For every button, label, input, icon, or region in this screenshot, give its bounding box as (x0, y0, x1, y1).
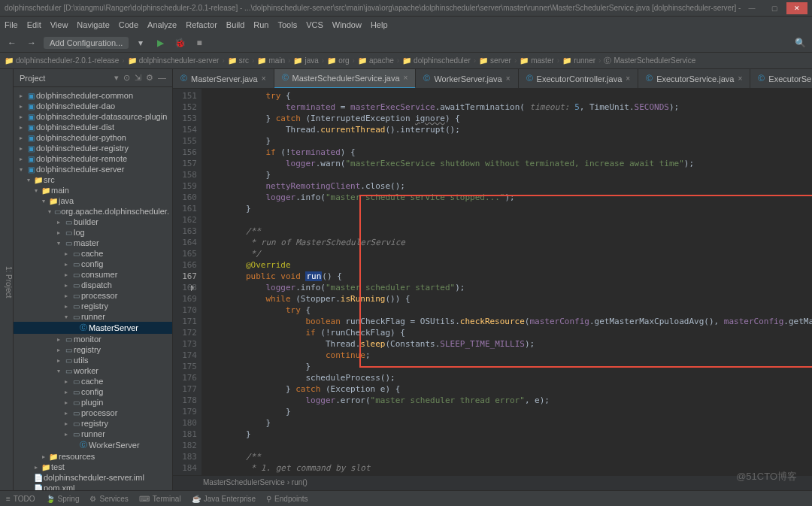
tree-item[interactable]: ⒸWorkerServer (14, 439, 172, 451)
tool-spring[interactable]: 🍃Spring (46, 495, 80, 503)
editor-tab[interactable]: ⒸWorkerServer.java× (416, 69, 518, 89)
menu-window[interactable]: Window (332, 20, 362, 29)
tree-arrow-icon[interactable]: ▸ (54, 336, 63, 343)
tree-item[interactable]: ▾📁main (14, 185, 172, 195)
tree-arrow-icon[interactable]: ▾ (62, 314, 71, 320)
tool-java-enterprise[interactable]: ☕Java Enterprise (192, 495, 256, 503)
editor-tab[interactable]: ⒸMasterServer.java× (173, 69, 274, 89)
add-configuration[interactable]: Add Configuration... (44, 37, 129, 49)
tree-arrow-icon[interactable]: ▸ (54, 229, 63, 236)
breadcrumb-item[interactable]: src (239, 56, 249, 65)
tree-arrow-icon[interactable]: ▾ (54, 368, 63, 374)
tree-item[interactable]: ▸▣dolphinscheduler-common (14, 90, 172, 101)
tree-item[interactable]: ▸▭config (14, 259, 172, 269)
tree-arrow-icon[interactable]: ▸ (54, 219, 63, 226)
tree-arrow-icon[interactable]: ▸ (62, 261, 71, 268)
breadcrumb-item[interactable]: apache (369, 56, 394, 65)
tree-item[interactable]: ▸▭log (14, 227, 172, 238)
breadcrumb-item[interactable]: dolphinscheduler-2.0.1-release (16, 56, 119, 65)
breadcrumb-item[interactable]: org (338, 56, 349, 65)
tool-endpoints[interactable]: ⚲Endpoints (266, 495, 308, 503)
tree-item[interactable]: ▾▣dolphinscheduler-server (14, 164, 172, 174)
maximize-button[interactable]: ▢ (764, 2, 785, 14)
locate-icon[interactable]: ⊙ (123, 73, 130, 83)
tree-item[interactable]: ▸▭dispatch (14, 280, 172, 290)
tool-todo[interactable]: ≡TODO (6, 495, 35, 503)
tree-arrow-icon[interactable]: ▸ (62, 431, 71, 438)
tree-item[interactable]: ▸▣dolphinscheduler-datasource-plugin (14, 111, 172, 122)
tree-arrow-icon[interactable]: ▸ (62, 399, 71, 406)
tree-arrow-icon[interactable]: ▸ (17, 92, 26, 99)
editor-breadcrumb[interactable]: MasterSchedulerService › run() (173, 475, 812, 490)
forward-button[interactable]: → (24, 35, 39, 50)
debug-icon[interactable]: 🐞 (172, 35, 187, 50)
menu-edit[interactable]: Edit (27, 20, 41, 29)
menu-run[interactable]: Run (253, 20, 268, 29)
tree-arrow-icon[interactable]: ▸ (62, 389, 71, 395)
tree-item[interactable]: 📄dolphinscheduler-server.iml (14, 472, 172, 483)
tree-arrow-icon[interactable]: ▾ (32, 187, 41, 194)
tree-arrow-icon[interactable]: ▾ (47, 208, 53, 215)
breadcrumb-item[interactable]: server (490, 56, 511, 65)
menu-analyze[interactable]: Analyze (147, 20, 177, 29)
tree-arrow-icon[interactable]: ▸ (62, 250, 71, 257)
tree-arrow-icon[interactable]: ▸ (62, 271, 71, 278)
menu-file[interactable]: File (5, 20, 18, 29)
menu-tools[interactable]: Tools (277, 20, 297, 29)
tree-arrow-icon[interactable]: ▸ (17, 124, 26, 131)
tree-arrow-icon[interactable]: ▸ (17, 156, 26, 162)
tree-item[interactable]: ▸▭cache (14, 248, 172, 259)
tool-terminal[interactable]: ⌨Terminal (139, 495, 181, 503)
tree-item[interactable]: ▸▭runner (14, 429, 172, 439)
tree-item[interactable]: ▾📁src (14, 174, 172, 185)
tree-arrow-icon[interactable]: ▸ (62, 282, 71, 289)
project-dropdown-icon[interactable]: ▾ (114, 73, 119, 83)
tree-item[interactable]: ▸▣dolphinscheduler-dist (14, 122, 172, 132)
close-button[interactable]: ✕ (786, 2, 807, 14)
project-tool-label[interactable]: 1: Project (5, 266, 13, 298)
back-button[interactable]: ← (5, 35, 20, 50)
tree-arrow-icon[interactable]: ▸ (54, 347, 63, 353)
tab-close-icon[interactable]: × (738, 74, 742, 83)
hide-icon[interactable]: — (158, 73, 166, 83)
tree-arrow-icon[interactable]: ▸ (17, 114, 26, 120)
tree-arrow-icon[interactable]: ▸ (32, 464, 41, 471)
tab-close-icon[interactable]: × (404, 74, 408, 82)
breadcrumb-item[interactable]: runner (574, 56, 595, 65)
tree-item[interactable]: 📄pom.xml (14, 483, 172, 490)
tree-item[interactable]: ▸▭processor (14, 290, 172, 301)
search-icon[interactable]: 🔍 (792, 35, 807, 50)
tree-arrow-icon[interactable]: ▸ (62, 303, 71, 310)
tab-close-icon[interactable]: × (626, 74, 630, 83)
tab-close-icon[interactable]: × (506, 74, 511, 83)
tree-arrow-icon[interactable]: ▾ (17, 166, 26, 173)
tree-item[interactable]: ⒸMasterServer (14, 322, 172, 334)
tree-item[interactable]: ▸📁test (14, 462, 172, 472)
tree-item[interactable]: ▾📁java (14, 195, 172, 206)
settings-icon[interactable]: ⚙ (146, 73, 153, 83)
breadcrumb-item[interactable]: java (304, 56, 318, 65)
tree-item[interactable]: ▾▭worker (14, 365, 172, 376)
menu-vcs[interactable]: VCS (306, 20, 323, 29)
tree-arrow-icon[interactable]: ▾ (54, 240, 63, 247)
tree-item[interactable]: ▾▭runner (14, 311, 172, 322)
tree-item[interactable]: ▾▭master (14, 238, 172, 248)
collapse-icon[interactable]: ⇲ (135, 73, 141, 83)
tree-arrow-icon[interactable]: ▸ (62, 410, 71, 417)
tree-item[interactable]: ▸▭utils (14, 355, 172, 365)
tree-arrow-icon[interactable]: ▸ (62, 292, 71, 299)
tree-item[interactable]: ▸▭consumer (14, 269, 172, 280)
minimize-button[interactable]: — (741, 2, 762, 14)
tab-close-icon[interactable]: × (262, 74, 266, 83)
tree-arrow-icon[interactable]: ▸ (62, 378, 71, 385)
tree-item[interactable]: ▸▭builder (14, 217, 172, 227)
editor-tab[interactable]: ⒸExecutorServiceImpl.java× (750, 69, 812, 89)
breadcrumb-item[interactable]: dolphinscheduler (414, 56, 471, 65)
project-tree[interactable]: ▸▣dolphinscheduler-common▸▣dolphinschedu… (14, 87, 172, 490)
breadcrumb-item[interactable]: main (268, 56, 285, 65)
tree-item[interactable]: ▸▭registry (14, 418, 172, 429)
menu-view[interactable]: View (50, 20, 68, 29)
menu-build[interactable]: Build (226, 20, 244, 29)
breadcrumb-item[interactable]: master (531, 56, 554, 65)
editor-tab[interactable]: ⒸExecutorService.java× (638, 69, 750, 89)
